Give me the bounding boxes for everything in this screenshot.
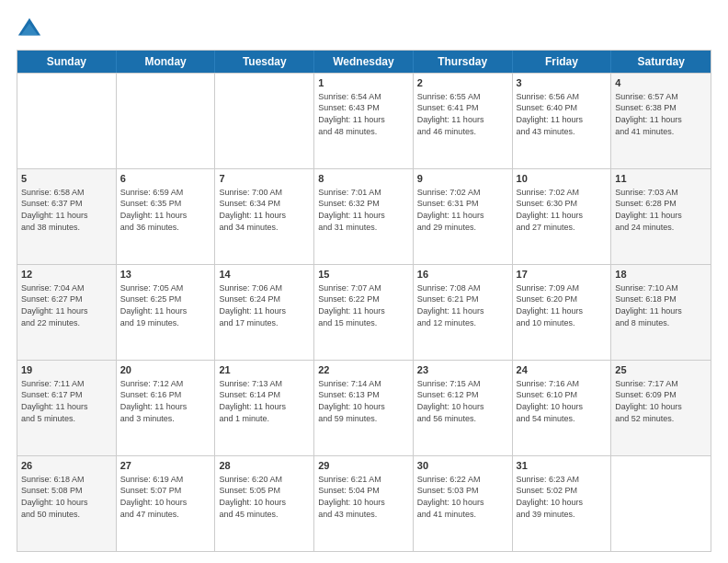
day-info: Sunrise: 7:14 AMSunset: 6:13 PMDaylight:… — [318, 378, 409, 424]
day-cell-25: 25Sunrise: 7:17 AMSunset: 6:09 PMDayligh… — [611, 361, 711, 455]
day-number: 7 — [219, 172, 310, 186]
header-day-saturday: Saturday — [611, 51, 711, 73]
day-info: Sunrise: 7:05 AMSunset: 6:25 PMDaylight:… — [120, 282, 211, 328]
day-number: 25 — [615, 363, 707, 377]
day-number: 21 — [219, 363, 310, 377]
day-number: 12 — [21, 268, 112, 282]
day-cell-13: 13Sunrise: 7:05 AMSunset: 6:25 PMDayligh… — [117, 265, 216, 360]
empty-cell — [117, 74, 216, 168]
day-number: 17 — [517, 268, 608, 282]
day-info: Sunrise: 7:11 AMSunset: 6:17 PMDaylight:… — [21, 378, 112, 424]
day-cell-28: 28Sunrise: 6:20 AMSunset: 5:05 PMDayligh… — [215, 456, 314, 551]
day-info: Sunrise: 6:22 AMSunset: 5:03 PMDaylight:… — [417, 474, 508, 520]
day-cell-18: 18Sunrise: 7:10 AMSunset: 6:18 PMDayligh… — [611, 265, 711, 360]
day-info: Sunrise: 7:02 AMSunset: 6:30 PMDaylight:… — [517, 187, 608, 233]
week-row-2: 5Sunrise: 6:58 AMSunset: 6:37 PMDaylight… — [17, 168, 711, 264]
day-info: Sunrise: 7:01 AMSunset: 6:32 PMDaylight:… — [318, 187, 409, 233]
day-info: Sunrise: 6:58 AMSunset: 6:37 PMDaylight:… — [21, 187, 112, 233]
day-info: Sunrise: 6:23 AMSunset: 5:02 PMDaylight:… — [517, 474, 608, 520]
day-cell-26: 26Sunrise: 6:18 AMSunset: 5:08 PMDayligh… — [17, 456, 117, 551]
day-info: Sunrise: 6:57 AMSunset: 6:38 PMDaylight:… — [615, 91, 707, 137]
day-cell-1: 1Sunrise: 6:54 AMSunset: 6:43 PMDaylight… — [314, 74, 414, 168]
day-cell-24: 24Sunrise: 7:16 AMSunset: 6:10 PMDayligh… — [513, 361, 612, 455]
day-info: Sunrise: 6:19 AMSunset: 5:07 PMDaylight:… — [120, 474, 211, 520]
header-day-monday: Monday — [117, 51, 216, 73]
day-number: 8 — [318, 172, 409, 186]
day-info: Sunrise: 7:08 AMSunset: 6:21 PMDaylight:… — [417, 282, 508, 328]
header-day-thursday: Thursday — [414, 51, 513, 73]
day-number: 31 — [517, 459, 608, 473]
day-cell-10: 10Sunrise: 7:02 AMSunset: 6:30 PMDayligh… — [513, 169, 612, 264]
day-cell-22: 22Sunrise: 7:14 AMSunset: 6:13 PMDayligh… — [314, 361, 414, 455]
day-number: 1 — [318, 76, 409, 90]
header-day-friday: Friday — [513, 51, 612, 73]
day-cell-29: 29Sunrise: 6:21 AMSunset: 5:04 PMDayligh… — [314, 456, 414, 551]
day-number: 22 — [318, 363, 409, 377]
day-info: Sunrise: 7:15 AMSunset: 6:12 PMDaylight:… — [417, 378, 508, 424]
day-number: 9 — [417, 172, 508, 186]
week-row-3: 12Sunrise: 7:04 AMSunset: 6:27 PMDayligh… — [17, 264, 711, 360]
day-info: Sunrise: 7:10 AMSunset: 6:18 PMDaylight:… — [615, 282, 707, 328]
day-number: 3 — [517, 76, 608, 90]
day-info: Sunrise: 6:56 AMSunset: 6:40 PMDaylight:… — [517, 91, 608, 137]
day-info: Sunrise: 6:18 AMSunset: 5:08 PMDaylight:… — [21, 474, 112, 520]
day-info: Sunrise: 6:20 AMSunset: 5:05 PMDaylight:… — [219, 474, 310, 520]
day-cell-4: 4Sunrise: 6:57 AMSunset: 6:38 PMDaylight… — [611, 74, 711, 168]
day-cell-21: 21Sunrise: 7:13 AMSunset: 6:14 PMDayligh… — [215, 361, 314, 455]
day-cell-5: 5Sunrise: 6:58 AMSunset: 6:37 PMDaylight… — [17, 169, 117, 264]
header-day-wednesday: Wednesday — [314, 51, 414, 73]
day-number: 27 — [120, 459, 211, 473]
header-day-tuesday: Tuesday — [215, 51, 314, 73]
day-info: Sunrise: 7:12 AMSunset: 6:16 PMDaylight:… — [120, 378, 211, 424]
day-info: Sunrise: 7:17 AMSunset: 6:09 PMDaylight:… — [615, 378, 707, 424]
week-row-4: 19Sunrise: 7:11 AMSunset: 6:17 PMDayligh… — [17, 360, 711, 455]
day-number: 14 — [219, 268, 310, 282]
day-cell-31: 31Sunrise: 6:23 AMSunset: 5:02 PMDayligh… — [513, 456, 612, 551]
day-info: Sunrise: 7:06 AMSunset: 6:24 PMDaylight:… — [219, 282, 310, 328]
day-cell-12: 12Sunrise: 7:04 AMSunset: 6:27 PMDayligh… — [17, 265, 117, 360]
day-info: Sunrise: 7:13 AMSunset: 6:14 PMDaylight:… — [219, 378, 310, 424]
day-number: 18 — [615, 268, 707, 282]
day-info: Sunrise: 7:00 AMSunset: 6:34 PMDaylight:… — [219, 187, 310, 233]
calendar-header-row: SundayMondayTuesdayWednesdayThursdayFrid… — [17, 51, 711, 73]
day-info: Sunrise: 7:04 AMSunset: 6:27 PMDaylight:… — [21, 282, 112, 328]
day-number: 26 — [21, 459, 112, 473]
day-number: 6 — [120, 172, 211, 186]
calendar: SundayMondayTuesdayWednesdayThursdayFrid… — [17, 50, 711, 552]
day-number: 29 — [318, 459, 409, 473]
day-number: 16 — [417, 268, 508, 282]
day-cell-14: 14Sunrise: 7:06 AMSunset: 6:24 PMDayligh… — [215, 265, 314, 360]
day-cell-23: 23Sunrise: 7:15 AMSunset: 6:12 PMDayligh… — [414, 361, 513, 455]
day-number: 5 — [21, 172, 112, 186]
day-info: Sunrise: 6:55 AMSunset: 6:41 PMDaylight:… — [417, 91, 508, 137]
day-info: Sunrise: 6:21 AMSunset: 5:04 PMDaylight:… — [318, 474, 409, 520]
calendar-body: 1Sunrise: 6:54 AMSunset: 6:43 PMDaylight… — [17, 73, 711, 551]
day-cell-30: 30Sunrise: 6:22 AMSunset: 5:03 PMDayligh… — [414, 456, 513, 551]
day-cell-17: 17Sunrise: 7:09 AMSunset: 6:20 PMDayligh… — [513, 265, 612, 360]
day-cell-6: 6Sunrise: 6:59 AMSunset: 6:35 PMDaylight… — [117, 169, 216, 264]
header-day-sunday: Sunday — [17, 51, 117, 73]
day-cell-15: 15Sunrise: 7:07 AMSunset: 6:22 PMDayligh… — [314, 265, 414, 360]
day-info: Sunrise: 7:02 AMSunset: 6:31 PMDaylight:… — [417, 187, 508, 233]
empty-cell — [215, 74, 314, 168]
day-info: Sunrise: 7:16 AMSunset: 6:10 PMDaylight:… — [517, 378, 608, 424]
week-row-1: 1Sunrise: 6:54 AMSunset: 6:43 PMDaylight… — [17, 73, 711, 168]
calendar-page: SundayMondayTuesdayWednesdayThursdayFrid… — [0, 0, 728, 563]
empty-cell — [611, 456, 711, 551]
day-info: Sunrise: 7:09 AMSunset: 6:20 PMDaylight:… — [517, 282, 608, 328]
day-cell-11: 11Sunrise: 7:03 AMSunset: 6:28 PMDayligh… — [611, 169, 711, 264]
day-cell-20: 20Sunrise: 7:12 AMSunset: 6:16 PMDayligh… — [117, 361, 216, 455]
day-number: 2 — [417, 76, 508, 90]
logo-icon — [17, 17, 42, 42]
day-cell-19: 19Sunrise: 7:11 AMSunset: 6:17 PMDayligh… — [17, 361, 117, 455]
day-number: 23 — [417, 363, 508, 377]
day-number: 15 — [318, 268, 409, 282]
header — [17, 17, 711, 42]
day-info: Sunrise: 6:54 AMSunset: 6:43 PMDaylight:… — [318, 91, 409, 137]
empty-cell — [17, 74, 117, 168]
day-cell-2: 2Sunrise: 6:55 AMSunset: 6:41 PMDaylight… — [414, 74, 513, 168]
day-number: 10 — [517, 172, 608, 186]
day-cell-7: 7Sunrise: 7:00 AMSunset: 6:34 PMDaylight… — [215, 169, 314, 264]
logo — [17, 17, 46, 42]
day-number: 4 — [615, 76, 707, 90]
